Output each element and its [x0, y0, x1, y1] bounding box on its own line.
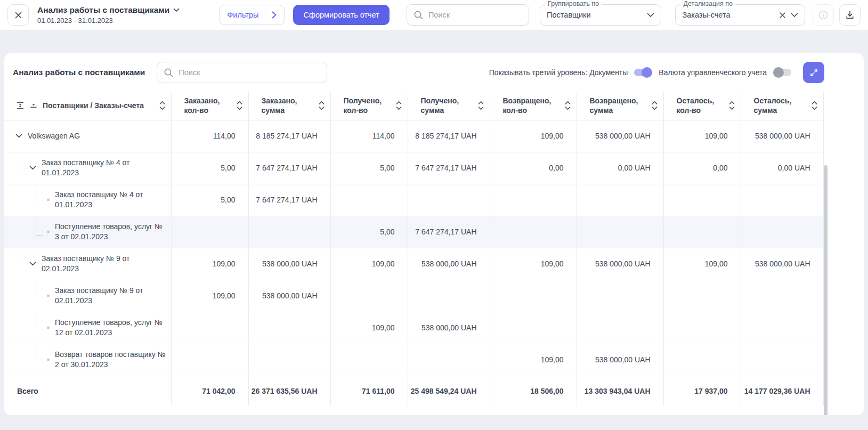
- cell-value: [741, 312, 823, 344]
- detail-by-value: Заказы-счета: [682, 11, 779, 19]
- sort-icon[interactable]: [395, 100, 402, 111]
- tree-connector: [36, 344, 43, 361]
- topbar: Анализ работы с поставщиками 01.01.2023 …: [0, 0, 868, 30]
- table-header-row: Поставщики / Заказы-счета Заказано,кол-в…: [4, 92, 823, 120]
- tree-connector: [21, 248, 28, 265]
- expand-all-rows-icon[interactable]: [16, 101, 25, 110]
- row-label[interactable]: Заказ поставщику № 9 от 02.01.2023: [42, 254, 129, 273]
- collapse-all-rows-icon[interactable]: [29, 101, 38, 110]
- column-header: Заказано,кол-во: [171, 92, 248, 120]
- total-cell: 14 177 029,36 UAH: [741, 376, 823, 406]
- third-level-toggle[interactable]: [634, 69, 652, 76]
- cell-value: 8 185 274,17 UAH: [408, 120, 490, 152]
- cell-value: [663, 216, 741, 248]
- column-header-label: Заказано,сумма: [262, 96, 314, 115]
- column-header: Осталось,кол-во: [663, 92, 741, 120]
- cell-value: 7 647 274,17 UAH: [248, 152, 330, 184]
- cell-value: 538 000,00 UAH: [741, 248, 823, 280]
- tree-connector: [36, 280, 43, 297]
- row-expand-chevron-icon[interactable]: [15, 134, 22, 139]
- panel-title: Анализ работы с поставщиками: [13, 68, 145, 77]
- column-header: Осталось,сумма: [741, 92, 823, 120]
- filters-button[interactable]: Фильтры: [219, 5, 285, 25]
- row-label-cell: Заказ поставщику № 9 от 02.01.2023: [4, 280, 171, 312]
- row-label[interactable]: Возврат товаров поставщику № 2 от 30.01.…: [55, 350, 166, 369]
- cell-value: 5,00: [330, 152, 408, 184]
- column-header: Возвращено,кол-во: [490, 92, 577, 120]
- row-label[interactable]: Volkswagen AG: [28, 132, 80, 140]
- report-title-dropdown[interactable]: Анализ работы с поставщиками: [37, 5, 180, 15]
- sort-icon[interactable]: [728, 100, 735, 111]
- cell-value: [577, 184, 663, 216]
- toggle-knob: [642, 67, 652, 78]
- cell-value: 538 000,00 UAH: [408, 312, 490, 344]
- group-by-select[interactable]: Группировать по Поставщики: [540, 4, 661, 26]
- cell-value: 109,00: [490, 120, 577, 152]
- table-body: Volkswagen AG114,008 185 274,17 UAH114,0…: [4, 120, 823, 376]
- row-label[interactable]: Заказ поставщику № 4 от 01.01.2023: [42, 158, 129, 177]
- cell-value: [490, 280, 577, 312]
- row-label-cell: Заказ поставщику № 4 от 01.01.2023: [4, 184, 171, 216]
- doc-bullet-icon: [47, 199, 50, 201]
- panel-search-input[interactable]: [179, 68, 320, 77]
- topbar-search-input[interactable]: [428, 11, 522, 19]
- fullscreen-button[interactable]: [803, 62, 824, 83]
- row-label-cell: Поступление товаров, услуг № 12 от 02.01…: [4, 312, 171, 344]
- cell-value: [663, 280, 741, 312]
- total-cell: 26 371 635,56 UAH: [248, 376, 330, 406]
- sort-icon[interactable]: [159, 100, 166, 111]
- total-cell: 17 937,00: [663, 376, 741, 406]
- cell-value: 0,00: [663, 152, 741, 184]
- close-report-button[interactable]: [7, 4, 29, 26]
- toggle-knob: [773, 67, 784, 78]
- third-level-toggle-label: Показывать третий уровень: Документы: [489, 68, 628, 77]
- topbar-search[interactable]: [407, 4, 529, 26]
- clear-icon[interactable]: [779, 12, 786, 19]
- group-by-label: Группировать по: [545, 0, 602, 7]
- row-label[interactable]: Поступление товаров, услуг № 12 от 02.01…: [55, 318, 163, 337]
- sort-icon[interactable]: [236, 100, 243, 111]
- row-label[interactable]: Поступление товаров, услуг № 3 от 02.01.…: [55, 222, 163, 241]
- cell-value: [741, 280, 823, 312]
- sort-icon[interactable]: [564, 100, 571, 111]
- sort-icon[interactable]: [651, 100, 658, 111]
- cell-value: [577, 280, 663, 312]
- vertical-scrollbar[interactable]: [824, 165, 828, 415]
- tree-connector: [36, 184, 43, 201]
- column-header-label: Возвращено,кол-во: [503, 96, 561, 115]
- cell-value: [171, 344, 248, 376]
- sort-icon[interactable]: [811, 100, 818, 111]
- chevron-right-icon: [272, 11, 277, 19]
- table-row: Volkswagen AG114,008 185 274,17 UAH114,0…: [4, 120, 823, 152]
- cell-value: [741, 216, 823, 248]
- table-row: Поступление товаров, услуг № 3 от 02.01.…: [4, 216, 823, 248]
- panel-search[interactable]: [157, 62, 327, 83]
- row-label[interactable]: Заказ поставщику № 9 от 02.01.2023: [55, 286, 143, 305]
- cell-value: [248, 344, 330, 376]
- info-button[interactable]: [813, 4, 834, 26]
- sort-icon[interactable]: [477, 100, 484, 111]
- cell-value: [330, 280, 408, 312]
- doc-bullet-icon: [47, 327, 50, 329]
- cell-value: 538 000,00 UAH: [741, 120, 823, 152]
- cell-value: [490, 184, 577, 216]
- row-label[interactable]: Заказ поставщику № 4 от 01.01.2023: [55, 190, 143, 209]
- report-date-range: 01.01.2023 - 31.01.2023: [37, 17, 180, 25]
- cell-value: 538 000,00 UAH: [408, 248, 490, 280]
- row-label-cell: Заказ поставщику № 4 от 01.01.2023: [4, 152, 171, 184]
- sort-icon[interactable]: [318, 100, 325, 111]
- currency-toggle[interactable]: [773, 69, 791, 76]
- download-button[interactable]: [839, 4, 861, 26]
- doc-bullet-icon: [47, 231, 50, 233]
- cell-value: 109,00: [330, 312, 408, 344]
- column-header: Возвращено,сумма: [577, 92, 663, 120]
- row-expand-chevron-icon[interactable]: [29, 166, 36, 171]
- close-icon: [14, 11, 22, 19]
- cell-value: 538 000,00 UAH: [577, 248, 663, 280]
- cell-value: [408, 280, 490, 312]
- column-header-label: Осталось,кол-во: [677, 96, 725, 115]
- row-expand-chevron-icon[interactable]: [29, 262, 36, 266]
- generate-report-button[interactable]: Сформировать отчет: [293, 5, 389, 25]
- detail-by-select[interactable]: Детализация по Заказы-счета: [675, 4, 805, 26]
- info-icon: [818, 10, 829, 20]
